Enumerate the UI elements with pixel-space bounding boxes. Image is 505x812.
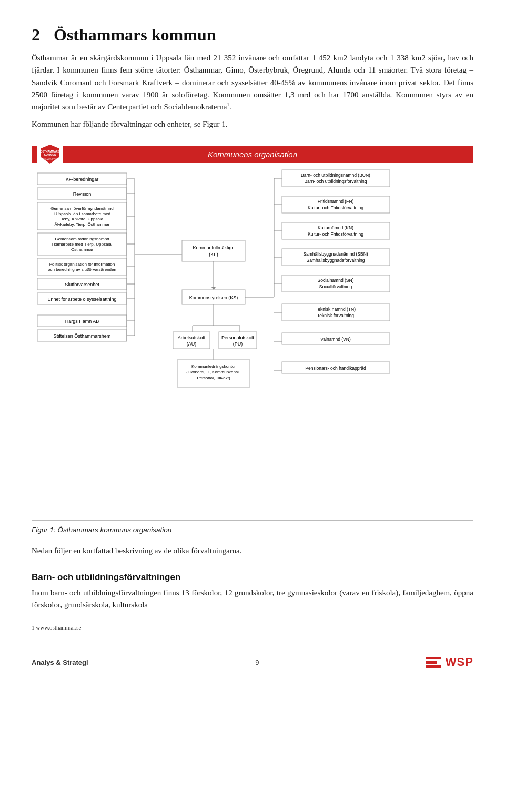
svg-text:Älvkarleby, Tierp, Östhammar: Älvkarleby, Tierp, Östhammar — [55, 222, 110, 227]
svg-rect-17 — [37, 258, 127, 275]
footnote-ref-1: 1 — [227, 102, 230, 107]
wsp-bar-2 — [426, 661, 437, 664]
svg-text:KF-beredningar: KF-beredningar — [66, 177, 99, 182]
section-paragraph: Inom barn- och utbildningsförvaltningen … — [32, 587, 473, 612]
figure-caption: Figur 1: Östhammars kommuns organisation — [32, 525, 473, 536]
svg-text:Kommunstyrelsen (KS): Kommunstyrelsen (KS) — [189, 295, 238, 300]
svg-text:Heby, Knivsta, Uppsala,: Heby, Knivsta, Uppsala, — [60, 217, 105, 221]
below-figure-text: Nedan följer en kortfattad beskrivning a… — [32, 545, 473, 557]
svg-rect-41 — [182, 240, 245, 261]
svg-text:Kultur- och Fritidsförvaltning: Kultur- och Fritidsförvaltning — [308, 231, 363, 237]
svg-text:Östhammar: Östhammar — [71, 247, 93, 252]
svg-text:Pensionärs- och handikappråd: Pensionärs- och handikappråd — [305, 366, 366, 371]
chapter-number: 2 — [32, 25, 40, 44]
svg-text:Kommunledningskontor: Kommunledningskontor — [191, 364, 236, 369]
svg-text:(Ekonomi, IT, Kommunkansli,: (Ekonomi, IT, Kommunkansli, — [186, 370, 241, 374]
svg-text:Personal, Tillväxt): Personal, Tillväxt) — [197, 375, 230, 380]
svg-text:Kulturnämnd (KN): Kulturnämnd (KN) — [318, 225, 354, 230]
intro-paragraph: Östhammar är en skärgårdskommun i Uppsal… — [32, 52, 473, 113]
svg-text:i Uppsala län i samarbete med: i Uppsala län i samarbete med — [54, 211, 110, 216]
svg-text:Samhällsbyggnadsförvaltning: Samhällsbyggnadsförvaltning — [306, 258, 365, 263]
chapter-title: 2 Östhammars kommun — [32, 25, 473, 45]
footnote: 1 www.osthammar.se — [32, 623, 473, 632]
svg-text:(PU): (PU) — [233, 341, 243, 347]
footer-left-text: Analys & Strategi — [32, 658, 88, 666]
svg-text:Politisk organisation för info: Politisk organisation för information — [49, 262, 115, 267]
svg-text:(AU): (AU) — [187, 341, 197, 347]
wsp-bar-3 — [426, 665, 441, 668]
svg-text:Socialnämnd (SN): Socialnämnd (SN) — [318, 278, 354, 283]
svg-text:Samhällsbyggnadsnämnd (SBN): Samhällsbyggnadsnämnd (SBN) — [303, 251, 368, 257]
org-chart-figure: ÖSTHAMMARS KOMMUN • EN DEL AV UPPLAND • … — [32, 146, 473, 536]
svg-text:Slutförvarsenhet: Slutförvarsenhet — [65, 282, 99, 287]
svg-text:KOMMUN: KOMMUN — [44, 153, 56, 156]
footer-logo: WSP — [426, 655, 473, 669]
wsp-logo-text: WSP — [446, 655, 473, 669]
svg-text:Gemensam räddningsnämnd: Gemensam räddningsnämnd — [55, 237, 109, 241]
osthammar-logo: ÖSTHAMMARS KOMMUN • EN DEL AV UPPLAND • — [37, 143, 63, 165]
svg-text:• EN DEL AV UPPLAND •: • EN DEL AV UPPLAND • — [41, 158, 59, 160]
svg-text:(KF): (KF) — [209, 252, 218, 257]
svg-text:Personalutskott: Personalutskott — [221, 335, 255, 340]
org-chart-wrapper: ÖSTHAMMARS KOMMUN • EN DEL AV UPPLAND • … — [32, 146, 473, 521]
svg-text:Barn- och utbildningsnämnd (BU: Barn- och utbildningsnämnd (BUN) — [301, 172, 370, 178]
svg-text:Socialförvaltning: Socialförvaltning — [319, 284, 352, 289]
figure-intro-paragraph: Kommunen har följande förvaltningar och … — [32, 118, 473, 130]
svg-text:Revision: Revision — [73, 191, 92, 197]
svg-text:Barn- och utbildningsförvaltni: Barn- och utbildningsförvaltning — [304, 179, 367, 184]
svg-text:Kommunfullmäktige: Kommunfullmäktige — [193, 245, 234, 250]
org-chart-body: KF-beredningar Revision Gemensam överför… — [32, 163, 473, 520]
org-chart-title: Kommunens organisation — [208, 150, 297, 159]
svg-text:Gemensam överförmyndarnämnd: Gemensam överförmyndarnämnd — [50, 206, 114, 211]
svg-marker-45 — [211, 287, 216, 290]
svg-text:Stiftelsen Östhammarshem: Stiftelsen Östhammarshem — [54, 333, 111, 339]
wsp-bar-1 — [426, 657, 441, 659]
svg-text:Arbetsutskott: Arbetsutskott — [178, 335, 206, 340]
svg-text:Fritidsnämnd (FN): Fritidsnämnd (FN) — [318, 199, 354, 204]
wsp-bars-icon — [426, 657, 441, 668]
svg-text:Valnämnd (VN): Valnämnd (VN) — [320, 337, 351, 342]
footer-page-number: 9 — [255, 658, 259, 666]
page-footer: Analys & Strategi 9 WSP — [0, 651, 505, 669]
chapter-title-text: Östhammars kommun — [54, 25, 216, 44]
svg-text:Enhet för arbete o sysselsättn: Enhet för arbete o sysselsättning — [47, 297, 116, 302]
footnote-divider — [32, 621, 126, 621]
svg-text:Teknisk nämnd (TN): Teknisk nämnd (TN) — [316, 307, 356, 312]
section-heading: Barn- och utbildningsförvaltningen — [32, 572, 473, 583]
svg-text:Kultur- och Fritidsförvaltning: Kultur- och Fritidsförvaltning — [308, 205, 363, 210]
page: 2 Östhammars kommun Östhammar är en skär… — [0, 0, 505, 679]
org-chart-header: ÖSTHAMMARS KOMMUN • EN DEL AV UPPLAND • … — [32, 146, 473, 163]
svg-text:Teknisk förvaltning: Teknisk förvaltning — [317, 313, 354, 318]
svg-text:i samarbete med Tierp, Uppsala: i samarbete med Tierp, Uppsala, — [52, 242, 113, 247]
svg-text:och beredning av slutförvarsär: och beredning av slutförvarsärenden — [48, 267, 116, 272]
svg-text:Hargs Hamn AB: Hargs Hamn AB — [65, 319, 99, 324]
